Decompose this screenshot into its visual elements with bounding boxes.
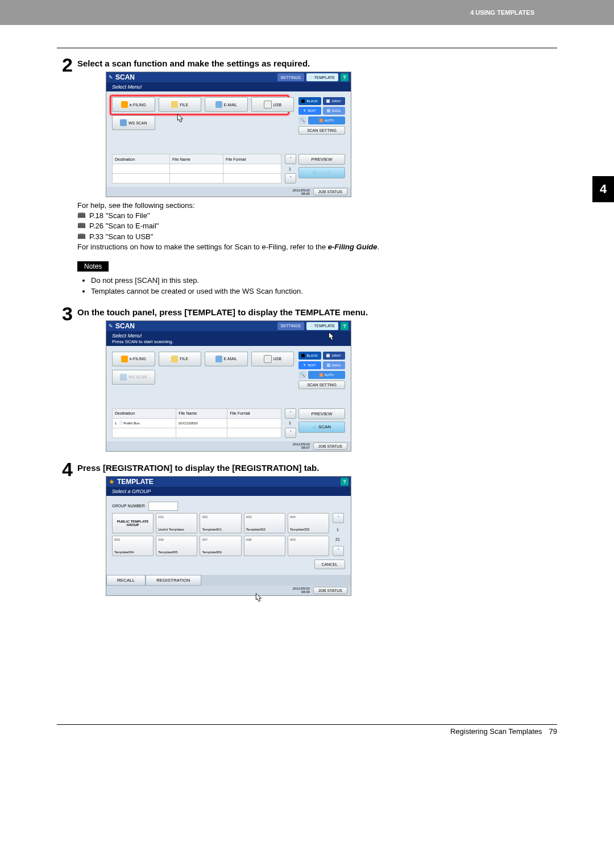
preview-button[interactable]: PREVIEW: [298, 154, 345, 165]
email-button[interactable]: E-MAIL: [205, 97, 248, 112]
th-destination: Destination: [113, 408, 176, 418]
select-menu-label: Select Menu!: [106, 82, 351, 91]
step-title: Press [REGISTRATION] to display the [REG…: [77, 463, 557, 473]
template-group-cell[interactable]: PUBLIC TEMPLATE GROUP: [112, 513, 154, 533]
scan-icon: ✎: [109, 74, 113, 80]
template-group-cell[interactable]: 006Template005: [156, 536, 197, 556]
ref-1: P.18 "Scan to File": [77, 211, 557, 221]
page-cur: 1: [333, 527, 343, 532]
footer-page: 79: [549, 727, 557, 736]
page-indicator: 1: [285, 420, 295, 425]
jobstatus-button[interactable]: JOB STATUS: [313, 188, 347, 195]
usb-button[interactable]: USB: [251, 97, 294, 112]
chip-single[interactable]: SNGL: [323, 361, 346, 369]
page-total: 21: [333, 537, 343, 542]
section-rule: [57, 48, 557, 48]
step-number: 4: [57, 460, 73, 599]
chapter-label: 4 USING TEMPLATES: [470, 9, 534, 16]
chip-gray[interactable]: GRAY: [323, 97, 346, 105]
th-filename: File Name: [176, 408, 227, 418]
scan-icon: ✎: [109, 323, 113, 329]
chip-single[interactable]: SNGL: [323, 107, 346, 115]
template-group-cell[interactable]: 002Template001: [200, 513, 241, 533]
jobstatus-button[interactable]: JOB STATUS: [313, 443, 347, 450]
step-number: 3: [57, 304, 73, 455]
datetime: 2011/05/1008:05: [293, 189, 310, 195]
footer-title: Registering Scan Templates: [450, 727, 542, 736]
th-destination: Destination: [113, 155, 170, 164]
scan-button[interactable]: SCAN: [298, 167, 345, 178]
up-arrow-button[interactable]: ˄: [285, 408, 296, 419]
recall-tab[interactable]: RECALL: [106, 575, 146, 586]
cancel-button[interactable]: CANCEL: [314, 560, 345, 569]
zoom-icon[interactable]: [298, 116, 306, 124]
scan-setting-button[interactable]: SCAN SETTING: [298, 381, 345, 389]
file-button[interactable]: FILE: [159, 97, 202, 112]
ts-title: SCAN: [115, 73, 135, 81]
template-group-cell[interactable]: 004Template003: [288, 513, 329, 533]
template-group-cell: 008: [244, 536, 285, 556]
scan-button[interactable]: SCAN: [298, 422, 345, 433]
group-number-input[interactable]: [148, 502, 178, 511]
help-button[interactable]: ?: [341, 322, 349, 330]
note-item: Templates cannot be created or used with…: [91, 286, 557, 297]
settings-button[interactable]: SETTINGS: [277, 73, 304, 81]
registration-tab[interactable]: REGISTRATION: [146, 575, 201, 586]
file-button[interactable]: FILE: [159, 352, 202, 366]
star-icon: ★: [109, 478, 115, 486]
step-number: 2: [57, 55, 73, 252]
step-4: 4 Press [REGISTRATION] to display the [R…: [57, 460, 557, 599]
efiling-button[interactable]: e-FILING: [112, 352, 155, 366]
ts-title: SCAN: [115, 322, 135, 330]
down-arrow-button[interactable]: ˅: [285, 173, 296, 183]
settings-button[interactable]: SETTINGS: [277, 322, 304, 330]
template-button[interactable]: TEMPLATE: [306, 322, 338, 330]
template-touchscreen: ★ TEMPLATE ? Select a GROUP GROUP NUMBER: [106, 476, 351, 596]
header-bar: 4 USING TEMPLATES: [0, 0, 614, 25]
preview-button[interactable]: PREVIEW: [298, 408, 345, 419]
chip-black[interactable]: BLACK: [298, 97, 321, 105]
template-group-cell[interactable]: 003Template002: [244, 513, 285, 533]
down-arrow-button[interactable]: ˅: [285, 428, 296, 438]
chip-auto[interactable]: AUTO: [308, 116, 345, 124]
page-indicator: 1: [285, 166, 295, 172]
scan-touchscreen-a: ✎ SCAN SETTINGS TEMPLATE ? Select Menu!: [106, 72, 351, 197]
th-filename: File Name: [170, 155, 223, 164]
help-intro: For help, see the following sections:: [77, 201, 557, 211]
jobstatus-button[interactable]: JOB STATUS: [313, 587, 347, 594]
efiling-button[interactable]: e-FILING: [112, 97, 155, 112]
help-button[interactable]: ?: [341, 478, 349, 486]
up-arrow-button[interactable]: ˄: [333, 513, 344, 523]
chip-gray[interactable]: GRAY: [323, 352, 346, 360]
up-arrow-button[interactable]: ˄: [285, 154, 296, 164]
zoom-icon[interactable]: [298, 371, 306, 379]
scan-setting-button[interactable]: SCAN SETTING: [298, 126, 345, 135]
chip-text[interactable]: TEXT: [298, 107, 321, 115]
step-3: 3 On the touch panel, press [TEMPLATE] t…: [57, 304, 557, 455]
wsscan-button[interactable]: WS SCAN: [112, 115, 155, 130]
instructions-line: For instructions on how to make the sett…: [77, 242, 557, 252]
destination-table: Destination File Name File Format 1 📄 Pu…: [112, 408, 281, 438]
page-footer: Registering Scan Templates 79: [57, 724, 557, 736]
help-button[interactable]: ?: [341, 73, 349, 81]
step-title: On the touch panel, press [TEMPLATE] to …: [77, 307, 557, 317]
note-item: Do not press [SCAN] in this step.: [91, 275, 557, 286]
notes-label: Notes: [77, 261, 109, 272]
th-fileformat: File Format: [223, 155, 281, 164]
template-group-cell[interactable]: 005Template004: [112, 536, 154, 556]
chip-black[interactable]: BLACK: [298, 352, 321, 360]
select-menu-label: Select Menu! Press SCAN to start scannin…: [106, 331, 351, 346]
template-button[interactable]: TEMPLATE: [306, 73, 338, 81]
chip-text[interactable]: TEXT: [298, 361, 321, 369]
down-arrow-button[interactable]: ˅: [333, 546, 344, 556]
wsscan-button[interactable]: WS SCAN: [112, 370, 155, 385]
notes-list: Do not press [SCAN] in this step. Templa…: [91, 275, 557, 297]
email-button[interactable]: E-MAIL: [205, 352, 248, 366]
usb-button[interactable]: USB: [251, 352, 294, 366]
th-fileformat: File Format: [227, 408, 281, 418]
chip-auto[interactable]: AUTO: [308, 371, 345, 379]
template-group-cell[interactable]: 001Useful Templates: [156, 513, 197, 533]
template-group-cell[interactable]: 007Template006: [200, 536, 241, 556]
datetime: 2011/05/1008:09: [293, 587, 310, 594]
scan-touchscreen-b: ✎ SCAN SETTINGS TEMPLATE ? Select Menu! …: [106, 320, 351, 452]
